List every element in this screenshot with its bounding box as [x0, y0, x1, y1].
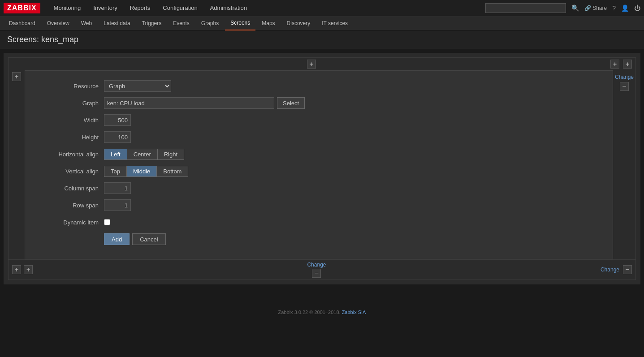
subnav-graphs[interactable]: Graphs	[196, 16, 224, 30]
subnav-triggers[interactable]: Triggers	[137, 16, 167, 30]
graph-input[interactable]	[104, 97, 274, 109]
search-icon[interactable]: 🔍	[571, 4, 579, 12]
add-row-bottom-left1-button[interactable]: +	[12, 265, 21, 274]
change-link-bottom-right[interactable]: Change	[601, 267, 619, 273]
nav-configuration[interactable]: Configuration	[156, 0, 203, 16]
form-row-rowspan: Row span	[32, 199, 605, 211]
halign-left-button[interactable]: Left	[104, 149, 127, 160]
footer: Zabbix 3.0.22 © 2001–2018. Zabbix SIA	[0, 302, 644, 322]
select-button[interactable]: Select	[277, 97, 305, 109]
form-row-halign: Horizontal align Left Center Right	[32, 148, 605, 160]
subnav-overview[interactable]: Overview	[42, 16, 75, 30]
page-title: Screens: kens_map	[7, 35, 637, 44]
grid-bottom-row: + + Change − Change −	[9, 259, 635, 280]
subnav-screens[interactable]: Screens	[225, 16, 255, 30]
subnav-web[interactable]: Web	[76, 16, 97, 30]
footer-link[interactable]: Zabbix SIA	[342, 310, 366, 315]
width-label: Width	[32, 117, 104, 124]
grid-top-row: + + +	[9, 58, 635, 70]
share-icon: 🔗	[584, 5, 591, 11]
form-row-dynamic: Dynamic item	[32, 216, 605, 228]
subnav-it-services[interactable]: IT services	[316, 16, 353, 30]
add-column-top-center-button[interactable]: +	[307, 60, 316, 69]
main-content: + + + + Resource	[4, 53, 640, 284]
change-link-bottom-center[interactable]: Change	[307, 262, 326, 268]
footer-text: Zabbix 3.0.22 © 2001–2018.	[278, 310, 341, 315]
remove-col-bottom-right-button[interactable]: −	[623, 265, 632, 274]
form-row-graph: Graph Select	[32, 97, 605, 109]
change-link-right[interactable]: Change	[615, 74, 634, 80]
subnav-maps[interactable]: Maps	[256, 16, 280, 30]
add-row-bottom-left2-button[interactable]: +	[24, 265, 33, 274]
form-row-colspan: Column span	[32, 182, 605, 194]
grid-center: Resource Graph Graph Select	[25, 70, 613, 259]
nav-reports[interactable]: Reports	[124, 0, 157, 16]
screen-grid: + + + + Resource	[8, 57, 636, 280]
form-row-width: Width	[32, 114, 605, 126]
rowspan-input[interactable]	[104, 199, 131, 211]
sub-navbar: Dashboard Overview Web Latest data Trigg…	[0, 16, 644, 30]
nav-administration[interactable]: Administration	[204, 0, 253, 16]
share-button[interactable]: 🔗 Share	[584, 5, 607, 11]
add-button[interactable]: Add	[104, 233, 130, 245]
valign-label: Vertical align	[32, 168, 104, 175]
dynamic-checkbox[interactable]	[104, 219, 110, 225]
help-icon[interactable]: ?	[612, 4, 616, 12]
nav-inventory[interactable]: Inventory	[87, 0, 123, 16]
width-input[interactable]	[104, 114, 131, 126]
halign-center-button[interactable]: Center	[127, 149, 157, 160]
height-label: Height	[32, 134, 104, 141]
resource-label: Resource	[32, 83, 104, 90]
form-row-valign: Vertical align Top Middle Bottom	[32, 165, 605, 177]
form-row-height: Height	[32, 131, 605, 143]
add-column-top-right2-button[interactable]: +	[623, 60, 632, 69]
nav-monitoring[interactable]: Monitoring	[48, 0, 87, 16]
top-navbar: ZABBIX Monitoring Inventory Reports Conf…	[0, 0, 644, 16]
valign-group: Top Middle Bottom	[104, 166, 188, 177]
subnav-events[interactable]: Events	[168, 16, 195, 30]
colspan-input[interactable]	[104, 182, 131, 194]
form-row-resource: Resource Graph	[32, 80, 605, 92]
top-nav-right: 🔍 🔗 Share ? 👤 ⏻	[485, 3, 640, 13]
add-column-top-right1-button[interactable]: +	[610, 60, 619, 69]
height-input[interactable]	[104, 131, 131, 143]
dynamic-label: Dynamic item	[32, 219, 104, 226]
graph-label: Graph	[32, 100, 104, 107]
subnav-dashboard[interactable]: Dashboard	[4, 16, 41, 30]
user-icon[interactable]: 👤	[621, 4, 629, 12]
resource-select[interactable]: Graph	[104, 80, 171, 92]
halign-group: Left Center Right	[104, 149, 184, 160]
valign-top-button[interactable]: Top	[104, 166, 126, 177]
page-title-bar: Screens: kens_map	[0, 30, 644, 49]
grid-left-col: +	[9, 70, 25, 259]
remove-col-bottom-center-button[interactable]: −	[312, 269, 321, 278]
grid-right-col: Change −	[613, 70, 635, 259]
valign-bottom-button[interactable]: Bottom	[156, 166, 188, 177]
power-icon[interactable]: ⏻	[634, 4, 640, 12]
valign-middle-button[interactable]: Middle	[126, 166, 156, 177]
subnav-discovery[interactable]: Discovery	[281, 16, 316, 30]
add-row-left-button[interactable]: +	[12, 72, 21, 81]
form-row-actions: Add Cancel	[32, 233, 605, 245]
rowspan-label: Row span	[32, 202, 104, 209]
search-input[interactable]	[485, 3, 566, 13]
subnav-latest-data[interactable]: Latest data	[98, 16, 135, 30]
grid-main-row: + Resource Graph	[9, 70, 635, 259]
logo: ZABBIX	[4, 3, 40, 13]
halign-right-button[interactable]: Right	[157, 149, 184, 160]
cancel-button[interactable]: Cancel	[132, 233, 165, 245]
halign-label: Horizontal align	[32, 151, 104, 158]
remove-row-right-button[interactable]: −	[620, 82, 629, 91]
colspan-label: Column span	[32, 185, 104, 192]
top-nav-items: Monitoring Inventory Reports Configurati…	[48, 0, 486, 16]
form-cell: Resource Graph Graph Select	[25, 70, 613, 259]
